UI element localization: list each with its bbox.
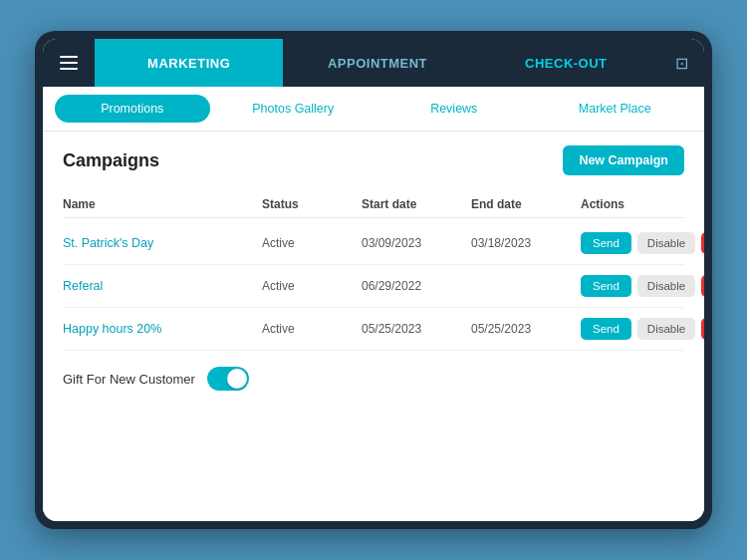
gift-toggle[interactable] [207,367,249,391]
campaign-name[interactable]: St. Patrick's Day [63,236,262,250]
table-row: Referal Active 06/29/2022 Send Disable D… [63,265,684,308]
campaign-end-date: 05/25/2023 [471,322,581,336]
hamburger-icon [60,56,78,70]
campaign-actions: Send Disable Delete [581,275,704,297]
new-campaign-button[interactable]: New Campaign [563,145,684,175]
campaign-start-date: 05/25/2023 [362,322,471,336]
gift-toggle-section: Gift For New Customer [63,351,684,399]
tab-checkout[interactable]: CHECK-OUT [472,39,660,87]
campaign-name[interactable]: Happy hours 20% [63,322,262,336]
tab-marketing[interactable]: MARKETING [95,39,283,87]
campaign-start-date: 06/29/2022 [362,279,471,293]
subtab-photos-gallery[interactable]: Photos Gallery [216,95,372,123]
send-button[interactable]: Send [581,232,631,254]
campaign-status: Active [262,236,362,250]
sub-tabs: Promotions Photos Gallery Reviews Market… [43,87,704,132]
campaign-actions: Send Disable Delete [581,318,704,340]
tablet-screen: MARKETING APPOINTMENT CHECK-OUT ⊡ Promot… [43,39,704,521]
col-actions: Actions [581,197,684,211]
campaign-start-date: 03/09/2023 [362,236,471,250]
col-start-date: Start date [362,197,471,211]
campaign-name[interactable]: Referal [63,279,262,293]
campaign-status: Active [262,322,362,336]
subtab-market-place[interactable]: Market Place [538,95,693,123]
table-row: Happy hours 20% Active 05/25/2023 05/25/… [63,308,684,351]
menu-icon[interactable] [43,39,95,87]
send-button[interactable]: Send [581,275,631,297]
delete-button[interactable]: Delete [701,318,704,340]
col-status: Status [262,197,362,211]
delete-button[interactable]: Delete [701,232,704,254]
subtab-reviews[interactable]: Reviews [376,95,532,123]
disable-button[interactable]: Disable [637,318,695,340]
gift-toggle-label: Gift For New Customer [63,372,195,387]
disable-button[interactable]: Disable [637,232,695,254]
col-name: Name [63,197,262,211]
send-button[interactable]: Send [581,318,631,340]
tablet-container: MARKETING APPOINTMENT CHECK-OUT ⊡ Promot… [35,31,712,529]
disable-button[interactable]: Disable [637,275,695,297]
col-end-date: End date [471,197,581,211]
campaign-end-date: 03/18/2023 [471,236,581,250]
top-nav: MARKETING APPOINTMENT CHECK-OUT ⊡ [43,39,704,87]
campaign-actions: Send Disable Delete [581,232,704,254]
content-header: Campaigns New Campaign [63,145,684,175]
main-content: Campaigns New Campaign Name Status Start… [43,132,704,521]
table-header: Name Status Start date End date Actions [63,191,684,218]
subtab-promotions[interactable]: Promotions [55,95,210,123]
monitor-icon[interactable]: ⊡ [660,39,704,87]
tab-appointment[interactable]: APPOINTMENT [283,39,471,87]
delete-button[interactable]: Delete [701,275,704,297]
table-row: St. Patrick's Day Active 03/09/2023 03/1… [63,222,684,265]
page-title: Campaigns [63,150,159,171]
campaign-status: Active [262,279,362,293]
